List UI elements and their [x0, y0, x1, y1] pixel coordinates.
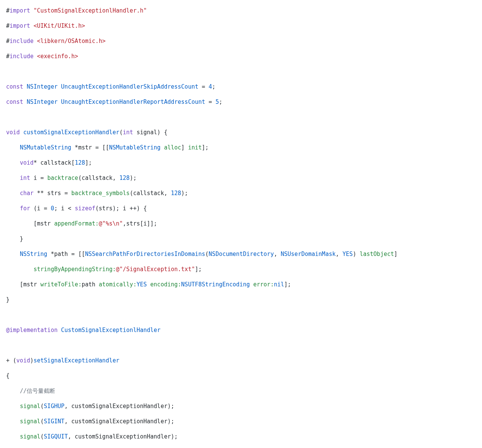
code-token: const — [6, 83, 23, 90]
code-token — [147, 281, 150, 288]
code-line — [6, 68, 482, 75]
code-token: UncaughtExceptionHandlerSkipAddressCount — [61, 83, 198, 90]
code-line: { — [6, 372, 482, 380]
code-token: int — [123, 129, 133, 136]
code-token: @"%s\n" — [99, 220, 123, 227]
code-token: # — [6, 22, 10, 29]
code-token: NSUserDomainMask — [281, 251, 336, 257]
code-token: //信号量截断 — [20, 388, 55, 394]
code-token — [6, 388, 20, 394]
code-token: nil — [274, 281, 284, 288]
code-line: for (i = 0; i < sizeof(strs); i ++) { — [6, 205, 482, 212]
code-token: SIGQUIT — [44, 433, 68, 440]
code-token: encoding: — [150, 281, 181, 288]
code-token — [23, 98, 27, 105]
code-token: char — [20, 190, 33, 197]
code-token: (callstack, — [130, 190, 171, 197]
code-token: for — [20, 205, 30, 212]
code-token — [6, 159, 20, 166]
code-token: atomically: — [99, 281, 136, 288]
code-token — [6, 144, 20, 151]
code-token: NSSearchPathForDirectoriesInDomains — [85, 251, 205, 257]
code-token — [6, 175, 20, 181]
code-token: (callstack, — [78, 175, 119, 181]
code-token — [6, 418, 20, 425]
code-token: signal — [20, 433, 40, 440]
code-line — [6, 311, 482, 319]
code-token: init — [188, 144, 202, 151]
code-token: NSDocumentDirectory — [209, 251, 274, 257]
code-token: 128 — [75, 159, 85, 166]
code-token — [6, 205, 20, 212]
code-token: *mstr = [[ — [71, 144, 109, 151]
code-token — [30, 22, 33, 29]
code-token: ( — [40, 433, 44, 440]
code-token: sizeof — [75, 205, 95, 212]
code-token: include — [10, 53, 33, 60]
code-token: # — [6, 38, 10, 44]
code-token: , customSignalExceptionHandler); — [68, 433, 178, 440]
code-token: signal — [20, 418, 40, 425]
code-line: const NSInteger UncaughtExceptionHandler… — [6, 98, 482, 106]
code-token: <execinfo.h> — [37, 53, 78, 60]
code-token — [6, 266, 33, 273]
code-token: = — [205, 98, 216, 105]
code-token: const — [6, 98, 23, 105]
code-token — [57, 98, 61, 105]
code-token: 128 — [119, 175, 130, 181]
code-token: writeToFile: — [40, 281, 81, 288]
code-token: ] — [394, 251, 398, 257]
code-token: ]; — [202, 144, 209, 151]
code-token: NSUTF8StringEncoding — [181, 281, 250, 288]
code-token: , — [336, 251, 342, 257]
code-token: *path = [[ — [47, 251, 85, 257]
code-token — [6, 190, 20, 197]
code-token: ); — [181, 190, 188, 197]
code-token — [57, 327, 61, 334]
code-token: YES — [342, 251, 353, 257]
code-token — [30, 7, 33, 14]
code-line: void customSignalExceptionHandler(int si… — [6, 129, 482, 136]
code-token: NSString — [20, 251, 47, 257]
code-token — [23, 83, 27, 90]
code-line: #import "CustomSignalExceptionlHandler.h… — [6, 7, 482, 14]
code-token: ]; — [195, 266, 202, 273]
code-token: lastObject — [360, 251, 394, 257]
code-token — [6, 251, 20, 257]
code-token: (i = — [30, 205, 51, 212]
code-token — [33, 38, 37, 44]
code-token: , customSignalExceptionHandler); — [65, 403, 174, 410]
code-token: SIGHUP — [44, 403, 64, 410]
code-token: void — [16, 357, 30, 364]
code-token: ( — [40, 403, 44, 410]
code-line — [6, 342, 482, 349]
code-token: * callstack[ — [33, 159, 75, 166]
code-token: # — [6, 7, 10, 14]
code-token — [57, 83, 61, 90]
code-token: , customSignalExceptionHandler); — [65, 418, 174, 425]
code-token: 128 — [171, 190, 181, 197]
code-token: # — [6, 53, 10, 60]
code-line: } — [6, 296, 482, 303]
code-token: void — [20, 159, 33, 166]
code-token: } — [6, 296, 10, 303]
code-token: include — [10, 38, 33, 44]
code-token: ( — [205, 251, 209, 257]
code-line: signal(SIGQUIT, customSignalExceptionHan… — [6, 433, 482, 440]
code-token: ] — [181, 144, 188, 151]
code-token: ]; — [284, 281, 291, 288]
code-token: appendFormat: — [54, 220, 98, 227]
code-token: NSMutableString — [109, 144, 160, 151]
code-token: 5 — [216, 98, 219, 105]
code-line: NSString *path = [[NSSearchPathForDirect… — [6, 250, 482, 258]
code-token: import — [10, 22, 30, 29]
code-token: @implementation — [6, 327, 57, 334]
code-token: NSMutableString — [20, 144, 71, 151]
code-token: ); — [130, 175, 136, 181]
code-token: + ( — [6, 357, 16, 364]
code-token: ( — [40, 418, 44, 425]
code-line: [mstr appendFormat:@"%s\n",strs[i]]; — [6, 220, 482, 227]
code-token: <UIKit/UIKit.h> — [33, 22, 85, 29]
code-line: + (void)setSignalExceptionHandler — [6, 357, 482, 364]
code-token: customSignalExceptionHandler — [23, 129, 119, 136]
